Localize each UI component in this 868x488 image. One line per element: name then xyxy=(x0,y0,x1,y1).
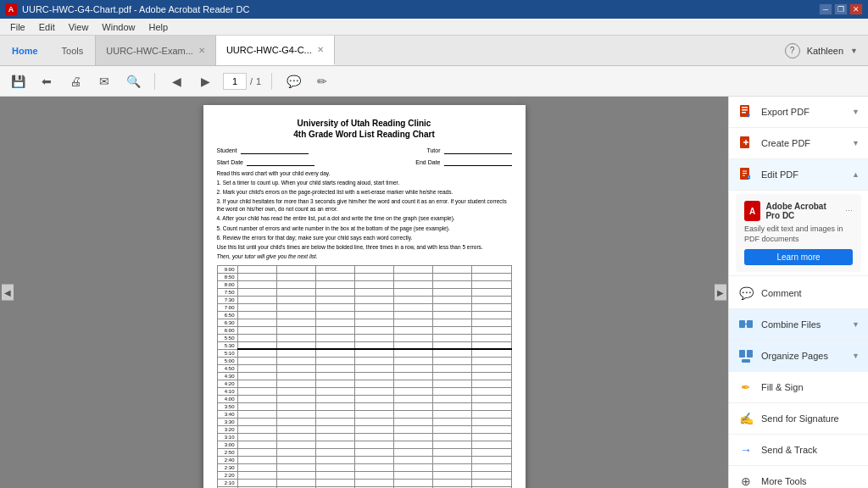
chart-cell xyxy=(315,296,354,303)
chart-cell xyxy=(394,349,433,357)
chart-cell xyxy=(394,418,433,425)
comment-button[interactable]: 💬 xyxy=(282,70,304,92)
organize-pages-item[interactable]: Organize Pages ▼ xyxy=(729,341,868,372)
chart-cell xyxy=(237,433,276,441)
combine-files-label: Combine Files xyxy=(761,319,845,330)
chart-cell xyxy=(315,448,354,456)
svg-rect-3 xyxy=(742,112,746,114)
chart-y-label: 2:50 xyxy=(217,448,237,456)
fill-sign-item[interactable]: ✒ Fill & Sign xyxy=(729,372,868,403)
help-icon[interactable]: ? xyxy=(785,43,800,58)
create-pdf-arrow: ▼ xyxy=(852,139,860,147)
chart-cell xyxy=(315,402,354,410)
next-page-button[interactable]: ▶ xyxy=(194,70,216,92)
user-chevron[interactable]: ▼ xyxy=(850,47,858,55)
chart-cell xyxy=(276,334,315,341)
chart-cell xyxy=(394,456,433,463)
tab-doc2[interactable]: UURC-HWC-G4-C... ✕ xyxy=(216,36,335,65)
edit-pdf-arrow: ▲ xyxy=(852,170,860,179)
fill-sign-icon: ✒ xyxy=(737,379,754,396)
acrobat-expand-icon: ⋯ xyxy=(845,207,853,215)
chart-cell xyxy=(433,395,472,402)
chart-cell xyxy=(354,319,393,326)
chart-cell xyxy=(472,471,511,479)
chart-y-label: 4:50 xyxy=(217,364,237,372)
combine-files-item[interactable]: Combine Files ▼ xyxy=(729,309,868,341)
edit-pdf-item[interactable]: Edit PDF ▲ xyxy=(729,159,868,191)
chart-cell xyxy=(472,334,511,341)
app-window: A UURC-HWC-G4-Chart.pdf - Adobe Acrobat … xyxy=(0,0,868,488)
chart-cell xyxy=(394,448,433,456)
chart-cell xyxy=(394,273,433,280)
search-button[interactable]: 🔍 xyxy=(122,70,144,92)
chart-cell xyxy=(394,479,433,486)
chart-cell xyxy=(472,303,511,311)
chart-cell xyxy=(394,387,433,395)
menu-window[interactable]: Window xyxy=(95,20,142,34)
chart-cell xyxy=(276,311,315,319)
scroll-right-button[interactable]: ▶ xyxy=(715,285,726,301)
toolbar-divider2 xyxy=(271,73,272,90)
back-button[interactable]: ⬅ xyxy=(36,70,58,92)
create-pdf-item[interactable]: Create PDF ▼ xyxy=(729,128,868,159)
chart-y-label: 6:00 xyxy=(217,326,237,334)
annotate-button[interactable]: ✏ xyxy=(311,70,333,92)
chart-cell xyxy=(472,380,511,387)
chart-cell xyxy=(315,364,354,372)
chart-cell xyxy=(394,311,433,319)
menu-file[interactable]: File xyxy=(3,20,32,34)
chart-cell xyxy=(315,273,354,280)
save-button[interactable]: 💾 xyxy=(7,70,29,92)
send-track-item[interactable]: → Send & Track xyxy=(729,435,868,466)
app-icon: A xyxy=(5,3,17,15)
learn-more-button[interactable]: Learn more xyxy=(744,249,853,265)
menu-help[interactable]: Help xyxy=(142,20,175,34)
chart-cell xyxy=(276,448,315,456)
chart-cell xyxy=(472,433,511,441)
acrobat-desc: Easily edit text and images in PDF docum… xyxy=(744,225,853,244)
close-button[interactable]: ✕ xyxy=(849,3,863,15)
user-name[interactable]: Kathleen xyxy=(807,46,843,56)
menu-edit[interactable]: Edit xyxy=(32,20,62,34)
chart-cell xyxy=(315,288,354,296)
send-signature-item[interactable]: ✍ Send for Signature xyxy=(729,403,868,435)
minimize-button[interactable]: ─ xyxy=(819,3,832,15)
chart-cell xyxy=(276,265,315,273)
chart-cell xyxy=(237,463,276,471)
page-input[interactable] xyxy=(223,73,247,90)
tab-home[interactable]: Home xyxy=(0,36,50,65)
comment-item[interactable]: 💬 Comment xyxy=(729,278,868,309)
tab-close-doc1[interactable]: ✕ xyxy=(198,46,205,55)
organize-pages-label: Organize Pages xyxy=(761,351,845,361)
chart-y-label: 4:20 xyxy=(217,380,237,387)
chart-cell xyxy=(276,273,315,280)
prev-page-button[interactable]: ◀ xyxy=(165,70,187,92)
pdf-scroll[interactable]: University of Utah Reading Clinic 4th Gr… xyxy=(0,97,728,488)
chart-cell xyxy=(472,341,511,349)
restore-button[interactable]: ❐ xyxy=(834,3,848,15)
scroll-left-button[interactable]: ◀ xyxy=(2,285,14,301)
chart-cell xyxy=(433,410,472,418)
chart-cell xyxy=(472,319,511,326)
more-tools-item[interactable]: ⊕ More Tools xyxy=(729,466,868,488)
chart-cell xyxy=(237,326,276,334)
chart-cell xyxy=(472,364,511,372)
tab-tools[interactable]: Tools xyxy=(50,36,96,65)
chart-cell xyxy=(354,479,393,486)
tab-doc1[interactable]: UURC-HWC-Exam... ✕ xyxy=(96,36,216,65)
chart-cell xyxy=(472,349,511,357)
chart-y-label: 5:50 xyxy=(217,334,237,341)
chart-cell xyxy=(237,372,276,380)
menu-view[interactable]: View xyxy=(62,20,96,34)
export-pdf-item[interactable]: Export PDF ▼ xyxy=(729,97,868,128)
chart-cell xyxy=(315,303,354,311)
export-pdf-arrow: ▼ xyxy=(852,108,860,116)
print-button[interactable]: 🖨 xyxy=(64,70,86,92)
chart-cell xyxy=(354,448,393,456)
email-button[interactable]: ✉ xyxy=(93,70,115,92)
chart-cell xyxy=(276,441,315,448)
chart-cell xyxy=(354,410,393,418)
more-tools-label: More Tools xyxy=(761,476,860,486)
chart-cell xyxy=(394,357,433,364)
tab-close-doc2[interactable]: ✕ xyxy=(317,45,324,54)
